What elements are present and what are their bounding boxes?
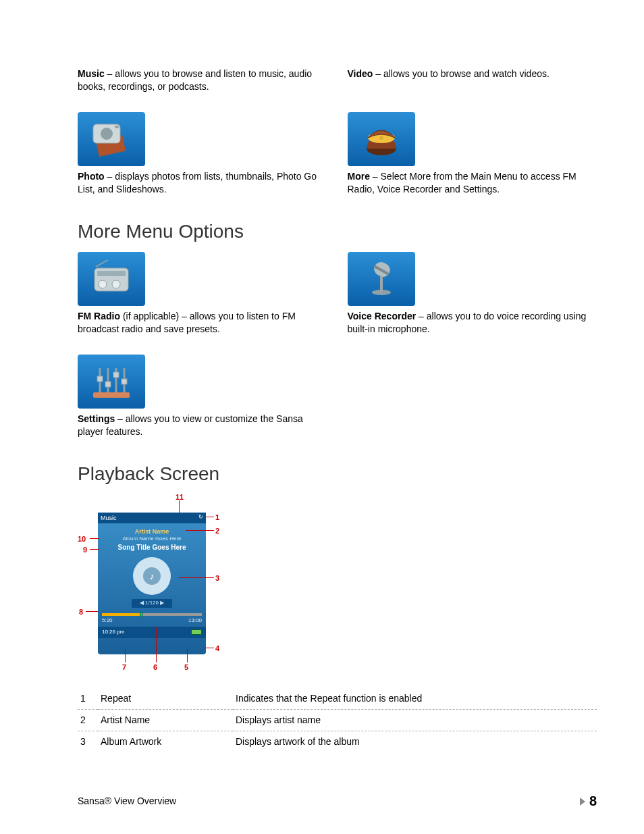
- fm-radio-icon: [78, 252, 145, 306]
- svg-rect-20: [97, 376, 103, 382]
- table-row: 1 Repeat Indicates that the Repeat funct…: [78, 688, 597, 709]
- voice-recorder-title: Voice Recorder: [348, 311, 417, 321]
- svg-point-9: [99, 280, 107, 288]
- more-text: – Select More from the Main Menu to acce…: [348, 171, 576, 194]
- legend-num: 2: [78, 709, 98, 731]
- video-title: Video: [348, 68, 373, 79]
- settings-description: Settings – allows you to view or customi…: [78, 413, 327, 438]
- screen-header: Music: [101, 515, 117, 521]
- screen-pager: ◀ 1/126 ▶: [132, 599, 172, 608]
- legend-num: 1: [78, 688, 98, 709]
- photo-text: – displays photos from lists, thumbnails…: [78, 171, 317, 194]
- playback-diagram: Music ↻ Artist Name Album Name Goes Here…: [78, 492, 226, 675]
- music-title: Music: [78, 68, 105, 79]
- callout-3: 3: [215, 573, 219, 583]
- svg-rect-8: [97, 271, 126, 276]
- progress-bar: [102, 613, 202, 616]
- callout-7: 7: [122, 662, 126, 673]
- legend-desc: Displays artist name: [233, 709, 597, 731]
- callout-11: 11: [176, 492, 184, 502]
- more-menu-heading: More Menu Options: [78, 219, 597, 244]
- svg-rect-22: [113, 372, 119, 377]
- settings-title: Settings: [78, 413, 115, 424]
- callout-1: 1: [215, 513, 219, 523]
- screen-song: Song Title Goes Here: [98, 543, 206, 552]
- table-row: 2 Artist Name Displays artist name: [78, 709, 597, 731]
- fm-radio-description: FM Radio (if applicable) – allows you to…: [78, 310, 327, 336]
- more-title: More: [348, 171, 370, 182]
- legend-name: Album Artwork: [98, 731, 233, 752]
- callout-10: 10: [78, 534, 86, 544]
- screen-artist: Artist Name: [98, 527, 206, 536]
- photo-icon: [78, 112, 145, 166]
- screen-total: 13:00: [188, 617, 202, 625]
- svg-rect-15: [93, 392, 130, 398]
- callout-6: 6: [153, 662, 157, 673]
- battery-icon: [191, 629, 202, 635]
- music-description: Music – allows you to browse and listen …: [78, 68, 327, 93]
- album-art-icon: ♪: [133, 557, 171, 595]
- svg-line-11: [96, 260, 108, 267]
- svg-rect-21: [105, 382, 111, 387]
- screen-elapsed: 5:20: [102, 617, 113, 625]
- callout-8: 8: [79, 607, 83, 617]
- svg-rect-13: [380, 276, 383, 292]
- playback-heading: Playback Screen: [78, 461, 597, 487]
- video-description: Video – allows you to browse and watch v…: [348, 68, 597, 80]
- legend-name: Repeat: [98, 688, 233, 709]
- legend-num: 3: [78, 731, 98, 752]
- settings-icon: [78, 355, 145, 409]
- legend-desc: Indicates that the Repeat function is en…: [233, 688, 597, 709]
- screen-album: Album Name Goes Here: [98, 536, 206, 543]
- svg-text:♪: ♪: [150, 571, 155, 581]
- photo-description: Photo – displays photos from lists, thum…: [78, 170, 327, 196]
- footer-title: Sansa® View Overview: [78, 795, 176, 808]
- voice-recorder-icon: [348, 252, 415, 306]
- legend-desc: Displays artwork of the album: [233, 731, 597, 752]
- callout-2: 2: [215, 526, 219, 536]
- voice-recorder-description: Voice Recorder – allows you to do voice …: [348, 310, 597, 336]
- device-screen: Music ↻ Artist Name Album Name Goes Here…: [98, 513, 206, 654]
- legend-name: Artist Name: [98, 709, 233, 731]
- more-icon: [348, 112, 415, 166]
- next-page-icon: [580, 798, 585, 806]
- callout-5: 5: [184, 662, 188, 673]
- svg-rect-23: [122, 379, 127, 384]
- screen-clock: 10:26 pm: [102, 629, 124, 636]
- music-text: – allows you to browse and listen to mus…: [78, 68, 312, 92]
- more-description: More – Select More from the Main Menu to…: [348, 170, 597, 196]
- video-text: – allows you to browse and watch videos.: [373, 68, 549, 79]
- svg-point-6: [379, 136, 383, 140]
- callout-9: 9: [83, 545, 87, 555]
- svg-point-2: [101, 128, 113, 140]
- svg-point-10: [112, 280, 120, 288]
- legend-table: 1 Repeat Indicates that the Repeat funct…: [78, 688, 597, 752]
- svg-rect-3: [115, 126, 119, 128]
- callout-4: 4: [215, 644, 219, 654]
- page-number: 8: [589, 792, 597, 810]
- table-row: 3 Album Artwork Displays artwork of the …: [78, 731, 597, 752]
- photo-title: Photo: [78, 171, 105, 182]
- page-footer: Sansa® View Overview 8: [78, 792, 597, 810]
- fm-radio-title: FM Radio: [78, 311, 120, 321]
